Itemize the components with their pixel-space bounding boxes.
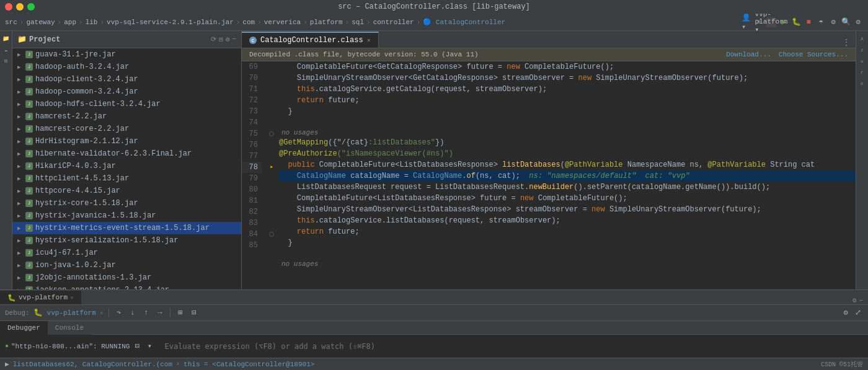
- step-into-button[interactable]: ↓: [128, 308, 138, 318]
- code-line-84: }: [279, 237, 856, 249]
- tree-item[interactable]: ▶ J guava-31.1-jre.jar: [12, 48, 241, 61]
- download-link[interactable]: Download...: [726, 51, 771, 58]
- step-out-button[interactable]: ↑: [141, 308, 151, 318]
- tree-item-label: hystrix-javanica-1.5.18.jar: [35, 211, 156, 220]
- status-right: CSDN ©51托管: [821, 360, 863, 369]
- gutter-75[interactable]: [267, 128, 277, 139]
- settings-button[interactable]: ⚙: [828, 17, 838, 27]
- maximize-button[interactable]: [27, 3, 35, 11]
- collapse-icon[interactable]: ⊟: [219, 35, 223, 43]
- resume-button[interactable]: 🐛: [33, 308, 43, 318]
- breadcrumb-sql[interactable]: sql: [352, 19, 364, 26]
- profile-selector[interactable]: 👤▾: [742, 17, 751, 27]
- tree-item[interactable]: ▶ J httpclient-4.5.13.jar: [12, 172, 241, 185]
- tree-item[interactable]: ▶ J hadoop-client-3.2.4.jar: [12, 73, 241, 86]
- dropdown-button[interactable]: ▾: [144, 341, 154, 351]
- tree-item[interactable]: ▶ J hystrix-metrics-event-stream-1.5.18.…: [12, 222, 241, 234]
- expression-input[interactable]: [159, 342, 866, 351]
- tree-item[interactable]: ▶ J j2objc-annotations-1.3.jar: [12, 271, 241, 284]
- project-icon[interactable]: 📁: [1, 33, 11, 43]
- tree-item-label: hadoop-auth-3.2.4.jar: [35, 63, 129, 71]
- console-subtab[interactable]: Console: [48, 321, 91, 335]
- tree-item[interactable]: ▶ J jackson-annotations-2.13.4.jar: [12, 284, 241, 289]
- ln-80: 80: [242, 184, 262, 195]
- frames-button[interactable]: ⊞: [175, 308, 185, 318]
- tree-item[interactable]: ▶ J hadoop-hdfs-client-3.2.4.jar: [12, 98, 241, 110]
- tree-item[interactable]: ▶ J httpcore-4.4.15.jar: [12, 185, 241, 197]
- debug-tab-close2[interactable]: ✕: [100, 309, 104, 317]
- settings-icon[interactable]: ⚙: [226, 35, 230, 43]
- tree-item[interactable]: ▶ J icu4j-67.1.jar: [12, 247, 241, 259]
- tree-item[interactable]: ▶ J ion-java-1.0.2.jar: [12, 259, 241, 271]
- run-cursor-button[interactable]: →: [155, 308, 165, 318]
- tree-item[interactable]: ▶ J HikariCP-4.0.3.jar: [12, 160, 241, 172]
- breadcrumb-app[interactable]: app: [64, 19, 76, 26]
- debug-tab-close[interactable]: ✕: [70, 294, 73, 301]
- tree-item[interactable]: ▶ J hystrix-javanica-1.5.18.jar: [12, 209, 241, 222]
- tree-item[interactable]: ▶ J hystrix-core-1.5.18.jar: [12, 197, 241, 209]
- tree-item[interactable]: ▶ J HdrHistogram-2.1.12.jar: [12, 135, 241, 148]
- right-icon-3[interactable]: u: [857, 56, 867, 66]
- vvp-platform-label[interactable]: vvp-platform ▾: [766, 17, 776, 27]
- bottom-minimize-icon[interactable]: −: [859, 297, 863, 304]
- stack-frame-1[interactable]: listDatabases62, CatalogController.(com: [13, 361, 172, 368]
- search-button[interactable]: 🔍: [841, 17, 851, 27]
- choose-sources-link[interactable]: Choose Sources...: [779, 51, 848, 58]
- breadcrumb-ververica[interactable]: ververica: [264, 19, 301, 26]
- gutter-73: [267, 106, 277, 117]
- close-button[interactable]: [5, 3, 12, 11]
- tab-more-button[interactable]: ⋮: [837, 37, 856, 48]
- breadcrumb-class[interactable]: 🔵 CatalogController: [423, 18, 505, 26]
- breadcrumb-platform[interactable]: platform: [310, 19, 343, 26]
- stack-frame-2[interactable]: this = <CatalogController@18901>: [184, 361, 314, 368]
- right-icon-2[interactable]: z: [857, 45, 867, 55]
- run-button[interactable]: ▶: [779, 17, 789, 27]
- debug-tab[interactable]: 🐛 vvp-platform ✕: [0, 291, 81, 304]
- right-icon-1[interactable]: A: [857, 33, 867, 43]
- filter-button[interactable]: ⊟: [132, 341, 142, 351]
- tree-item[interactable]: ▶ J hadoop-auth-3.2.4.jar: [12, 61, 241, 73]
- tree-item[interactable]: ▶ J hamcrest-core-2.2.jar: [12, 123, 241, 135]
- debugger-subtab[interactable]: Debugger: [0, 321, 48, 335]
- step-over-button[interactable]: ↷: [114, 308, 124, 318]
- debug-toolbar-right: ⚙ ⤢: [841, 308, 863, 318]
- gutter-79: [267, 173, 277, 184]
- tree-item[interactable]: ▶ J hamcrest-2.2.jar: [12, 110, 241, 123]
- line-numbers: 69 70 71 72 73 74 75 76 77 78 79 80 81 8…: [242, 61, 267, 289]
- tree-item[interactable]: ▶ J hystrix-serialization-1.5.18.jar: [12, 234, 241, 247]
- bottom-expand-btn[interactable]: ⤢: [853, 308, 863, 318]
- code-line-78: CatalogName catalogName = CatalogName.of…: [279, 170, 856, 182]
- breadcrumb-src[interactable]: src: [5, 19, 17, 26]
- azure-icon[interactable]: ☁: [1, 45, 11, 55]
- bottom-settings-icon[interactable]: ⚙: [852, 296, 857, 304]
- jar-icon: J: [25, 224, 33, 232]
- tab-class-icon: C: [249, 37, 257, 44]
- tab-close-button[interactable]: ✕: [367, 37, 371, 44]
- breadcrumb-controller[interactable]: controller: [373, 19, 414, 26]
- breadcrumb-lib[interactable]: lib: [86, 19, 98, 26]
- code-content[interactable]: CompletableFuture<GetCatalogResponse> fu…: [277, 61, 856, 289]
- tree-item[interactable]: ▶ J hibernate-validator-6.2.3.Final.jar: [12, 148, 241, 160]
- close-panel-icon[interactable]: −: [232, 35, 236, 43]
- sync-icon[interactable]: ⟳: [211, 35, 216, 43]
- coverage-button[interactable]: ☂: [816, 17, 826, 27]
- stop-button[interactable]: ■: [804, 17, 813, 27]
- minimize-button[interactable]: [16, 3, 24, 11]
- breadcrumb-com[interactable]: com: [242, 19, 255, 26]
- ln-82: 82: [242, 206, 262, 218]
- bottom-settings-btn[interactable]: ⚙: [841, 308, 851, 318]
- debug-button[interactable]: 🐛: [791, 17, 801, 27]
- jar-icon: J: [25, 236, 33, 245]
- editor-tab-catalogcontroller[interactable]: C CatalogController.class ✕: [242, 32, 379, 48]
- stack-arrow-icon[interactable]: ▶: [5, 360, 9, 368]
- tree-item[interactable]: ▶ J hadoop-common-3.2.4.jar: [12, 86, 241, 98]
- right-icon-4[interactable]: r: [857, 67, 867, 77]
- ln-83: 83: [242, 218, 262, 229]
- tree-arrow: ▶: [17, 262, 25, 269]
- threads-button[interactable]: ⊟: [189, 308, 199, 318]
- breadcrumb-jar[interactable]: vvp-sql-service-2.9.1-plain.jar: [107, 19, 234, 26]
- right-icon-5[interactable]: e: [857, 78, 867, 88]
- structure-icon[interactable]: ⊞: [1, 56, 11, 66]
- gear-button[interactable]: ⚙: [853, 17, 863, 27]
- breadcrumb-gateway[interactable]: gateway: [26, 19, 55, 26]
